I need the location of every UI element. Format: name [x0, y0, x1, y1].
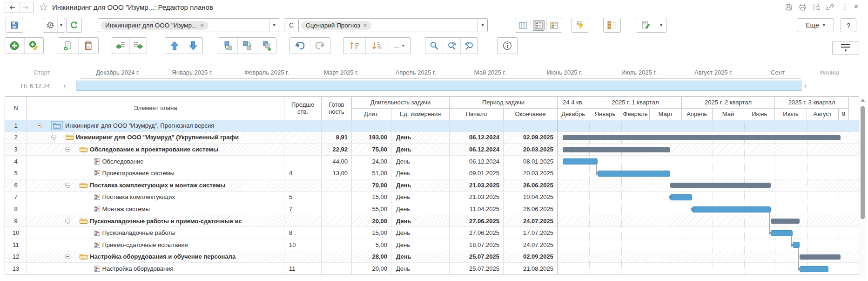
- row-number[interactable]: 3: [5, 144, 27, 155]
- gantt-month-label[interactable]: Декабрь: [558, 109, 589, 120]
- header-duration[interactable]: Длит.: [352, 109, 391, 120]
- slider-right-arrow[interactable]: ›: [804, 82, 807, 89]
- header-unit[interactable]: Ед. измерения: [391, 109, 450, 120]
- sort-desc-button[interactable]: [365, 38, 387, 54]
- predecessor-cell[interactable]: 10: [284, 239, 322, 251]
- gear-button[interactable]: [43, 18, 57, 32]
- duration-cell[interactable]: 15,00: [352, 227, 391, 239]
- unit-cell[interactable]: День: [391, 239, 450, 251]
- zoom-out-scale-button[interactable]: [460, 38, 478, 54]
- row-number[interactable]: 4: [5, 156, 27, 167]
- row-number[interactable]: 1: [5, 120, 27, 131]
- unit-cell[interactable]: День: [391, 263, 450, 274]
- filter-menu-button[interactable]: ▼: [832, 41, 859, 55]
- task-bar[interactable]: [800, 266, 828, 272]
- scenario-tag[interactable]: Сценарий Прогноз ×: [301, 21, 371, 30]
- sort-asc-button[interactable]: [343, 38, 365, 54]
- plan-item-name-cell[interactable]: Настройка оборудования и обучение персон…: [27, 251, 284, 263]
- unit-cell[interactable]: День: [391, 227, 450, 239]
- start-date-cell[interactable]: 25.07.2025: [450, 263, 504, 274]
- readiness-cell[interactable]: 8,91: [322, 132, 352, 144]
- unit-cell[interactable]: День: [391, 144, 450, 155]
- start-date-cell[interactable]: 21.03.2025: [450, 192, 504, 203]
- gantt-quarter-label[interactable]: 2025 г. 1 квартал: [589, 97, 681, 109]
- move-up-button[interactable]: [165, 38, 184, 54]
- scrollbar-thumb[interactable]: [861, 106, 865, 219]
- save-icon[interactable]: [785, 3, 793, 11]
- summary-bar[interactable]: [563, 147, 670, 152]
- plan-item-name-cell[interactable]: Инжиниринг для ООО "Изумруд", Прогнозная…: [27, 120, 284, 131]
- unit-cell[interactable]: День: [391, 203, 450, 215]
- duration-cell[interactable]: 15,00: [352, 192, 391, 203]
- favorite-star-icon[interactable]: [39, 3, 48, 12]
- save-button[interactable]: [6, 18, 23, 33]
- collapse-icon[interactable]: [65, 219, 70, 224]
- plan-item-name-cell[interactable]: Пусконаладочные работы: [27, 227, 284, 239]
- plan-item-name-cell[interactable]: Поставка комплектующих и монтаж системы: [27, 179, 284, 191]
- start-date-cell[interactable]: 09.01.2025: [450, 167, 504, 179]
- predecessor-cell[interactable]: [284, 132, 322, 144]
- recalculate-button[interactable]: [572, 18, 589, 33]
- duration-cell[interactable]: 75,00: [352, 144, 391, 155]
- plan-dropdown-caret[interactable]: ▾: [269, 19, 279, 32]
- vertical-scrollbar[interactable]: [859, 96, 866, 277]
- close-icon[interactable]: ×: [854, 2, 859, 11]
- plan-item-name-cell[interactable]: Поставка комплектующих: [27, 192, 284, 203]
- back-button[interactable]: [5, 2, 19, 13]
- slider-left-arrow[interactable]: ‹: [63, 82, 66, 89]
- predecessor-cell[interactable]: 5: [284, 192, 322, 203]
- plan-item-name-cell[interactable]: Приемо-сдаточные испытания: [27, 239, 284, 251]
- gantt-quarter-label[interactable]: 24 4 кв.: [558, 97, 589, 109]
- end-date-cell[interactable]: 02.09.2025: [504, 132, 558, 144]
- preview-icon[interactable]: [813, 3, 821, 11]
- tree-expander[interactable]: [37, 123, 51, 128]
- predecessor-cell[interactable]: [284, 156, 322, 167]
- gantt-month-label[interactable]: Март: [650, 109, 681, 120]
- readiness-cell[interactable]: [322, 251, 352, 263]
- edit-document-button[interactable]: [636, 18, 656, 32]
- add-button[interactable]: [5, 38, 24, 54]
- start-date-cell[interactable]: 21.03.2025: [450, 179, 504, 191]
- header-duration-group[interactable]: Длительность задачи: [352, 97, 450, 109]
- unit-cell[interactable]: День: [391, 179, 450, 191]
- readiness-cell[interactable]: [322, 239, 352, 251]
- redo-button[interactable]: [310, 38, 330, 54]
- duration-cell[interactable]: 55,00: [352, 203, 391, 215]
- end-date-cell[interactable]: 10.04.2025: [504, 192, 558, 203]
- more-button[interactable]: Еще ▾: [797, 18, 834, 32]
- row-number[interactable]: 2: [5, 132, 27, 144]
- row-number[interactable]: 10: [5, 227, 27, 239]
- end-date-cell[interactable]: 24.07.2025: [504, 239, 558, 251]
- scroll-up-icon[interactable]: [861, 99, 865, 102]
- task-bar[interactable]: [771, 230, 792, 236]
- predecessor-cell[interactable]: 7: [284, 203, 322, 215]
- view-compact-button[interactable]: [546, 18, 562, 32]
- readiness-cell[interactable]: 22,92: [322, 144, 352, 155]
- row-number[interactable]: 11: [5, 239, 27, 251]
- row-number[interactable]: 5: [5, 167, 27, 179]
- end-date-cell[interactable]: 02.09.2025: [504, 251, 558, 263]
- clear-icon[interactable]: ×: [200, 22, 204, 29]
- scenario-dropdown-caret[interactable]: ▾: [478, 19, 487, 32]
- duration-cell[interactable]: 51,00: [352, 167, 391, 179]
- row-number[interactable]: 12: [5, 251, 27, 263]
- forward-button[interactable]: [19, 2, 33, 13]
- plan-tag[interactable]: Инжиниринг для ООО "Изумр... ×: [101, 21, 209, 30]
- gantt-month-label[interactable]: Август: [807, 109, 839, 120]
- header-readiness[interactable]: Готовность: [322, 97, 352, 120]
- end-date-cell[interactable]: 21.08.2025: [504, 263, 558, 274]
- sort-more-button[interactable]: ... ▾: [388, 38, 410, 54]
- link-successor-button[interactable]: [237, 38, 256, 54]
- duration-cell[interactable]: 193,00: [352, 132, 391, 144]
- collapse-icon[interactable]: [65, 254, 70, 259]
- plan-item-name-cell[interactable]: Пусконаладочные работы и приемо-сдаточны…: [27, 215, 284, 227]
- zoom-in-scale-button[interactable]: [443, 38, 460, 54]
- end-date-cell[interactable]: [504, 120, 558, 131]
- view-columns-button[interactable]: [515, 18, 531, 32]
- indent-button[interactable]: [129, 38, 147, 54]
- row-number[interactable]: 9: [5, 215, 27, 227]
- summary-bar[interactable]: [771, 219, 800, 224]
- find-button[interactable]: [425, 38, 443, 54]
- gear-dropdown-caret[interactable]: ▾: [57, 18, 65, 32]
- menu-dots-icon[interactable]: ⋮: [841, 3, 848, 10]
